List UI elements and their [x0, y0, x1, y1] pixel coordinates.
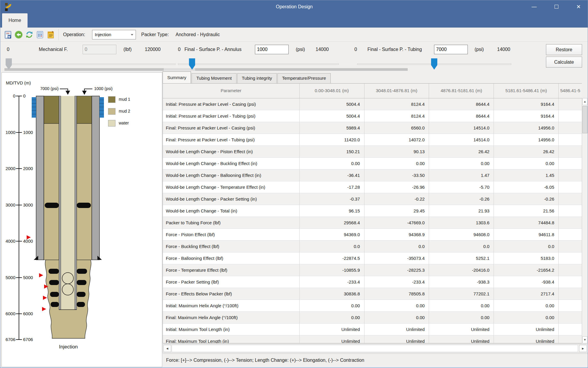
table-row[interactable]: Force - Packer Setting (lbf)-233.4-233.4…: [163, 276, 582, 288]
calculator-icon[interactable]: [36, 31, 44, 39]
value-cell-clipped: [559, 205, 582, 217]
table-row[interactable]: Would-be Length Change - Piston Effect (…: [163, 146, 582, 158]
scroll-down-icon[interactable]: ▼: [582, 336, 587, 343]
table-row[interactable]: Would-be Length Change - Packer Setting …: [163, 193, 582, 205]
horizontal-scrollbar[interactable]: ◄ ►: [163, 344, 588, 353]
value-cell: 5183.0: [494, 252, 559, 264]
param-cell: Would-be Length Change - Ballooning Effe…: [163, 169, 300, 181]
value-cell: 11420.0: [300, 134, 364, 146]
operation-dropdown[interactable]: Injection: [92, 30, 136, 39]
param-cell: Final: Maximum Tool Length (in): [163, 335, 300, 343]
annulus-pressure-track[interactable]: [178, 63, 339, 65]
status-bar: Force: [+]--> Compression, (-)--> Tensio…: [163, 353, 588, 367]
vertical-scrollbar[interactable]: ▲ ▼: [582, 98, 588, 343]
chevron-down-icon: [131, 34, 133, 36]
table-row[interactable]: Final: Maximum Tool Length (in)Unlimited…: [163, 335, 582, 343]
value-cell: 1.45: [494, 169, 559, 181]
value-cell: 5252.1: [429, 252, 494, 264]
value-cell: 5004.4: [300, 110, 364, 122]
table-row[interactable]: Initial: Pressure at Packer Level - Tubi…: [163, 110, 582, 122]
calculate-button[interactable]: Calculate: [546, 57, 582, 68]
param-cell: Force - Buckling Effect (lbf): [163, 241, 300, 252]
table-row[interactable]: Final: Pressure at Packer Level - Tubing…: [163, 134, 582, 146]
annulus-pressure-min: 0: [178, 45, 181, 54]
value-cell: 9164.4: [494, 110, 559, 122]
scroll-left-icon[interactable]: ◄: [163, 345, 171, 352]
vertical-scroll-thumb[interactable]: [582, 106, 587, 133]
value-cell-clipped: [559, 264, 582, 276]
table-row[interactable]: Initial: Maximum Tool Length (in)Unlimit…: [163, 324, 582, 335]
table-row[interactable]: Would-be Length Change - Ballooning Effe…: [163, 169, 582, 181]
value-cell: 6560.0: [364, 122, 429, 134]
tab-tubing-integrity[interactable]: Tubing integrity: [237, 73, 277, 83]
param-cell: Final: Pressure at Packer Level - Tubing…: [163, 134, 300, 146]
annulus-pressure-label: Final - Surface P. - Annulus: [184, 45, 242, 54]
table-row[interactable]: Force - Buckling Effect (lbf)0.00.00.00.…: [163, 241, 582, 252]
mechanical-force-input[interactable]: [83, 45, 116, 54]
value-cell-clipped: [559, 276, 582, 288]
value-cell: -47669.0: [364, 217, 429, 229]
tab-summary[interactable]: Summary: [163, 71, 191, 83]
table-row[interactable]: Force - Piston Effect (lbf)94369.094368.…: [163, 229, 582, 241]
minimize-button[interactable]: —: [527, 2, 541, 11]
param-cell: Initial: Maximum Tool Length (in): [163, 324, 300, 335]
maximize-button[interactable]: [550, 2, 563, 11]
value-cell: 96.15: [300, 205, 364, 217]
table-row[interactable]: Would-be Length Change - Total (in)96.15…: [163, 205, 582, 217]
value-cell: 94608.0: [429, 229, 494, 241]
value-cell: 30836.8: [300, 288, 364, 300]
annulus-pressure-input[interactable]: [255, 45, 289, 54]
legend-item-mud2: mud 2: [108, 108, 161, 115]
value-cell: 0.00: [429, 312, 494, 324]
param-cell: Would-be Length Change - Buckling Effect…: [163, 158, 300, 169]
horizontal-scroll-track[interactable]: [172, 345, 578, 352]
value-cell: 77202.1: [429, 288, 494, 300]
tab-temperature-pressure[interactable]: Temperature/Pressure: [277, 73, 331, 83]
scroll-up-icon[interactable]: ▲: [582, 98, 587, 105]
table-row[interactable]: Final: Pressure at Packer Level - Casing…: [163, 122, 582, 134]
param-cell: Initial: Pressure at Packer Level - Casi…: [163, 98, 300, 110]
refresh-icon[interactable]: [25, 31, 33, 39]
notes-icon[interactable]: [46, 31, 55, 39]
table-row[interactable]: Packer to Tubing Force (lbf)29568.4-4766…: [163, 217, 582, 229]
param-cell: Force - Packer Setting (lbf): [163, 276, 300, 288]
table-row[interactable]: Would-be Length Change - Temperature Eff…: [163, 181, 582, 193]
param-cell: Packer to Tubing Force (lbf): [163, 217, 300, 229]
value-cell: 29568.4: [300, 217, 364, 229]
table-row[interactable]: Initial: Pressure at Packer Level - Casi…: [163, 98, 582, 110]
tab-tubing-movement[interactable]: Tubing Movement: [192, 73, 237, 83]
value-cell-clipped: [559, 324, 582, 335]
param-cell: Would-be Length Change - Packer Setting …: [163, 193, 300, 205]
param-cell: Initial: Pressure at Packer Level - Tubi…: [163, 110, 300, 122]
table-row[interactable]: Force - Temperature Effect (lbf)-10855.9…: [163, 264, 582, 276]
value-cell: 78505.8: [364, 288, 429, 300]
tubing-pressure-input[interactable]: [434, 45, 468, 54]
value-cell: 14956.0: [494, 122, 559, 134]
restore-button[interactable]: Restore: [546, 44, 582, 55]
value-cell: 29.45: [364, 205, 429, 217]
tab-home[interactable]: Home: [2, 13, 28, 28]
operation-caption: Injection: [43, 344, 94, 350]
close-button[interactable]: ✕: [572, 2, 585, 11]
value-cell: 9164.4: [494, 98, 559, 110]
table-row[interactable]: Force - Ballooning Effect (lbf)-22874.5-…: [163, 252, 582, 264]
value-cell: 14514.0: [429, 122, 494, 134]
value-cell-clipped: [559, 169, 582, 181]
table-row[interactable]: Would-be Length Change - Buckling Effect…: [163, 158, 582, 169]
mechanical-force-track[interactable]: [6, 63, 176, 65]
value-cell: -6.05: [494, 181, 559, 193]
slider-channel: [4, 68, 408, 71]
back-icon[interactable]: [15, 31, 23, 39]
value-cell-clipped: [559, 158, 582, 169]
operation-label: Operation:: [63, 28, 85, 42]
value-cell: -5.70: [429, 181, 494, 193]
value-cell: 1303.6: [429, 217, 494, 229]
table-row[interactable]: Final: Maximum Helix Angle (°/100ft)0.00…: [163, 312, 582, 324]
value-cell: 0.00: [364, 312, 429, 324]
report-icon[interactable]: [4, 31, 12, 39]
scroll-right-icon[interactable]: ►: [579, 345, 587, 352]
value-cell-clipped: [559, 134, 582, 146]
table-row[interactable]: Initial: Maximum Helix Angle (°/100ft)0.…: [163, 300, 582, 312]
value-cell: 94368.9: [364, 229, 429, 241]
table-row[interactable]: Force - Effects Below Packer (lbf)30836.…: [163, 288, 582, 300]
